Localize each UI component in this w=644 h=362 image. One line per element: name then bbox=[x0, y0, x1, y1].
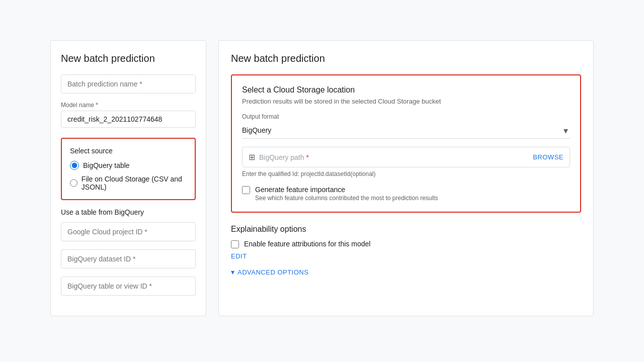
left-panel-title: New batch prediction bbox=[61, 53, 196, 64]
radio-cloud-storage[interactable]: File on Cloud Storage (CSV and JSONL) bbox=[70, 175, 187, 191]
select-source-title: Select source bbox=[70, 147, 187, 155]
bq-path-text: BigQuery path bbox=[259, 153, 304, 161]
model-name-group: Model name * credit_risk_2_2021102774648 bbox=[61, 102, 196, 128]
radio-cloud-storage-label: File on Cloud Storage (CSV and JSONL) bbox=[82, 175, 187, 191]
output-format-wrapper: BigQuery JSON Lines CSV ▾ bbox=[242, 122, 570, 139]
table-id-input[interactable] bbox=[61, 277, 196, 296]
generate-feature-importance-text: Generate feature importance See which fe… bbox=[255, 186, 438, 202]
batch-prediction-name-field bbox=[61, 74, 196, 94]
explainability-section: Explainability options Enable feature at… bbox=[231, 225, 581, 260]
radio-bigquery-input[interactable] bbox=[70, 161, 79, 170]
browse-button[interactable]: BROWSE bbox=[533, 153, 564, 161]
output-format-label: Output format bbox=[242, 113, 570, 120]
left-panel: New batch prediction Model name * credit… bbox=[50, 40, 206, 316]
enable-feature-attributions-label: Enable feature attributions for this mod… bbox=[244, 240, 370, 248]
project-id-input[interactable] bbox=[61, 222, 196, 241]
advanced-options-chevron-icon: ▾ bbox=[231, 268, 234, 276]
radio-bigquery[interactable]: BigQuery table bbox=[70, 161, 187, 170]
cloud-storage-box: Select a Cloud Storage location Predicti… bbox=[231, 74, 581, 213]
cloud-storage-desc: Prediction results will be stored in the… bbox=[242, 98, 570, 105]
bigquery-path-label: BigQuery path * bbox=[259, 153, 309, 161]
cloud-storage-title: Select a Cloud Storage location bbox=[242, 85, 570, 95]
bq-required-star: * bbox=[304, 153, 309, 161]
bigquery-path-left: ⊞ BigQuery path * bbox=[249, 152, 309, 162]
project-id-field bbox=[61, 222, 196, 241]
batch-prediction-name-input[interactable] bbox=[61, 74, 196, 94]
bigquery-path-container: ⊞ BigQuery path * BROWSE bbox=[242, 147, 570, 167]
generate-feature-importance-label: Generate feature importance bbox=[255, 186, 438, 194]
enable-feature-attributions-checkbox[interactable] bbox=[231, 240, 239, 248]
radio-cloud-storage-input[interactable] bbox=[70, 178, 77, 188]
model-name-label: Model name * bbox=[61, 102, 196, 109]
enable-feature-attributions-item[interactable]: Enable feature attributions for this mod… bbox=[231, 240, 581, 248]
generate-feature-importance-checkbox[interactable] bbox=[242, 186, 250, 194]
right-panel-title: New batch prediction bbox=[231, 53, 581, 64]
page-container: New batch prediction Model name * credit… bbox=[50, 40, 594, 316]
output-format-select[interactable]: BigQuery JSON Lines CSV bbox=[242, 122, 570, 139]
path-hint: Enter the qualified Id: projectId.datase… bbox=[242, 170, 570, 177]
bigquery-icon: ⊞ bbox=[249, 152, 255, 162]
advanced-options-label: ADVANCED OPTIONS bbox=[237, 268, 308, 276]
explainability-title: Explainability options bbox=[231, 225, 581, 234]
model-name-value: credit_risk_2_2021102774648 bbox=[61, 111, 196, 128]
generate-feature-importance-item[interactable]: Generate feature importance See which fe… bbox=[242, 186, 570, 202]
dataset-id-input[interactable] bbox=[61, 249, 196, 268]
advanced-options[interactable]: ▾ ADVANCED OPTIONS bbox=[231, 268, 581, 276]
table-id-field bbox=[61, 277, 196, 296]
use-table-label: Use a table from BigQuery bbox=[61, 208, 196, 216]
dataset-id-field bbox=[61, 249, 196, 268]
radio-bigquery-label: BigQuery table bbox=[83, 161, 130, 169]
right-panel: New batch prediction Select a Cloud Stor… bbox=[218, 40, 594, 316]
generate-feature-importance-desc: See which feature columns contributed th… bbox=[255, 195, 438, 202]
select-source-box: Select source BigQuery table File on Clo… bbox=[61, 138, 196, 200]
edit-button[interactable]: EDIT bbox=[231, 252, 247, 260]
source-radio-group: BigQuery table File on Cloud Storage (CS… bbox=[70, 161, 187, 191]
